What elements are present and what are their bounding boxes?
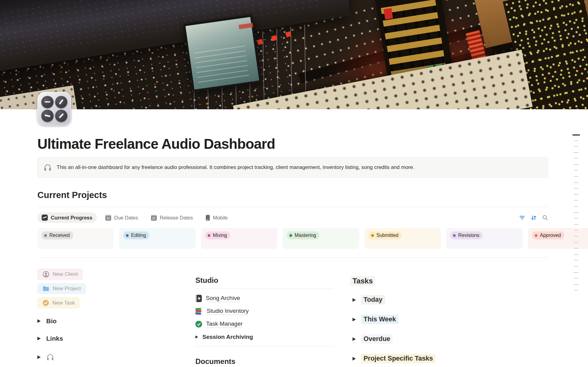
documents-heading: Documents xyxy=(195,357,338,366)
filter-icon[interactable] xyxy=(519,215,525,221)
tab-current-progress[interactable]: Current Progress xyxy=(37,212,97,223)
outline-mark[interactable] xyxy=(574,188,578,189)
status-dot xyxy=(208,234,210,237)
outline-mark[interactable] xyxy=(574,140,578,141)
outline-mark[interactable] xyxy=(574,152,579,153)
new-project-button[interactable]: New Project xyxy=(37,283,86,294)
outline-mark[interactable] xyxy=(574,146,578,147)
outline-mark[interactable] xyxy=(574,254,579,255)
board-column-received: Received xyxy=(37,228,114,249)
toggle-arrow-icon[interactable] xyxy=(352,298,356,302)
toggle-label: This Week xyxy=(361,315,398,324)
link-studio-inventory[interactable]: Studio Inventory xyxy=(195,305,338,318)
books-icon xyxy=(195,308,203,315)
status-label: Submitted xyxy=(376,233,398,238)
outline-mark[interactable] xyxy=(574,194,579,195)
status-pill-mixing[interactable]: Mixing xyxy=(205,231,230,239)
link-label[interactable]: Studio Inventory xyxy=(207,308,249,315)
check-icon xyxy=(195,321,202,328)
outline-mark[interactable] xyxy=(574,266,578,267)
toggle-arrow-icon[interactable] xyxy=(352,318,356,321)
phone-icon xyxy=(206,215,210,221)
outline-mark[interactable] xyxy=(572,134,580,136)
toggle-session-archiving[interactable]: Session Archiving xyxy=(195,331,338,343)
outline-mark[interactable] xyxy=(574,278,578,279)
toggle-arrow-icon[interactable] xyxy=(352,357,356,361)
status-pill-approved[interactable]: Approved xyxy=(532,231,564,239)
outline-mark[interactable] xyxy=(574,242,579,243)
search-icon[interactable] xyxy=(542,215,548,221)
right-column: Tasks Today This Week Overdue Project Sp… xyxy=(352,266,548,366)
outline-mark[interactable] xyxy=(574,290,578,291)
status-pill-revisions[interactable]: Revisions xyxy=(450,231,483,239)
status-dot xyxy=(126,234,129,237)
outline-mark[interactable] xyxy=(574,248,578,249)
outline-mark[interactable] xyxy=(574,164,579,165)
toggle-today[interactable]: Today xyxy=(352,295,548,305)
outline-mark[interactable] xyxy=(574,170,578,171)
button-label: New Project xyxy=(53,286,81,292)
toggle-arrow-icon[interactable] xyxy=(352,337,356,341)
tab-due-dates[interactable]: Due Dates xyxy=(101,213,142,223)
toggle-this-week[interactable]: This Week xyxy=(352,315,548,324)
status-label: Approved xyxy=(540,233,561,238)
link-task-manager[interactable]: Task Manager xyxy=(195,318,338,331)
status-pill-received[interactable]: Received xyxy=(41,231,73,239)
tab-release-dates[interactable]: Release Dates xyxy=(147,213,197,223)
toggle-headphones[interactable] xyxy=(37,353,181,361)
outline-mark[interactable] xyxy=(574,158,578,159)
outline-mark[interactable] xyxy=(574,236,578,237)
tab-label: Current Progress xyxy=(51,215,92,221)
outline-mark[interactable] xyxy=(574,206,578,207)
outline-mark[interactable] xyxy=(574,224,579,225)
page-title: Ultimate Freelance Audio Dashboard xyxy=(37,136,548,152)
knob xyxy=(41,96,54,108)
button-label: New Client xyxy=(53,271,78,277)
new-client-button[interactable]: New Client xyxy=(37,268,83,280)
calendar-icon xyxy=(105,215,111,221)
status-pill-submitted[interactable]: Submitted xyxy=(368,231,402,239)
knob xyxy=(41,110,54,122)
cover-image xyxy=(0,0,588,109)
outline-mark[interactable] xyxy=(574,272,579,273)
tab-mobile[interactable]: Mobile xyxy=(202,213,232,223)
toggle-arrow-icon[interactable] xyxy=(37,355,41,359)
status-dot xyxy=(453,234,456,237)
outline-mark[interactable] xyxy=(574,212,579,213)
outline-mark[interactable] xyxy=(574,230,578,231)
status-label: Mastering xyxy=(295,233,316,238)
calendar-icon xyxy=(151,215,157,221)
status-dot xyxy=(535,234,537,237)
board-toolbar xyxy=(519,215,548,221)
status-dot xyxy=(371,234,374,237)
outline-mark[interactable] xyxy=(574,200,578,201)
status-pill-mastering[interactable]: Mastering xyxy=(287,231,319,239)
link-song-archive[interactable]: Song Archive xyxy=(195,292,338,305)
toggle-bio[interactable]: Bio xyxy=(37,317,181,325)
control-knobs-icon[interactable] xyxy=(37,92,71,125)
outline-mark[interactable] xyxy=(574,176,578,177)
section-heading-current-projects: Current Projects xyxy=(37,190,548,200)
toggle-arrow-icon[interactable] xyxy=(37,319,41,323)
divider xyxy=(37,257,548,258)
toggle-arrow-icon[interactable] xyxy=(195,335,198,339)
toggle-overdue[interactable]: Overdue xyxy=(352,334,548,344)
outline-mark[interactable] xyxy=(574,182,579,183)
toggle-links[interactable]: Links xyxy=(37,335,181,342)
chart-icon xyxy=(42,215,48,221)
toggle-arrow-icon[interactable] xyxy=(37,337,41,340)
link-label[interactable]: Task Manager xyxy=(206,320,243,328)
left-column: New Client New Project New Task Bio xyxy=(37,266,181,366)
new-task-button[interactable]: New Task xyxy=(37,297,80,309)
divider xyxy=(195,289,333,289)
status-label: Mixing xyxy=(213,233,227,238)
outline-mark[interactable] xyxy=(574,218,578,219)
link-label[interactable]: Song Archive xyxy=(206,295,240,302)
outline-mark[interactable] xyxy=(574,284,579,285)
sort-icon[interactable] xyxy=(530,215,537,221)
status-pill-editing[interactable]: Editing xyxy=(123,231,149,239)
status-dot xyxy=(289,234,292,237)
outline-mark[interactable] xyxy=(574,260,578,261)
status-label: Editing xyxy=(131,233,146,238)
toggle-project-specific-tasks[interactable]: Project Specific Tasks xyxy=(352,354,548,363)
